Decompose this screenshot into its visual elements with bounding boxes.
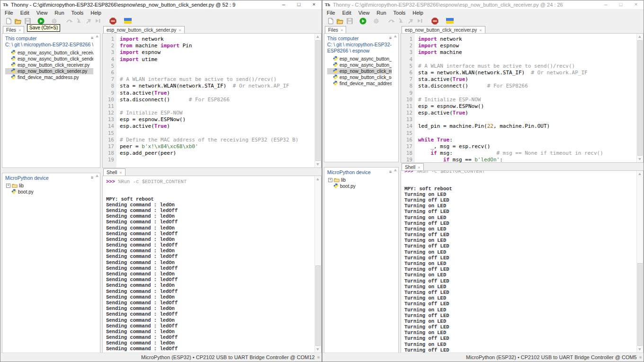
maximize-button[interactable]: □ bbox=[613, 0, 628, 9]
breadcrumb-path[interactable]: C: \ git \ micropython-ESP32-ESP8266 \ e… bbox=[5, 42, 93, 48]
device-item[interactable]: +lib bbox=[5, 183, 93, 189]
scroll-down-icon[interactable] bbox=[316, 348, 319, 351]
file-item[interactable]: find_device_mac_address.py bbox=[327, 80, 392, 87]
scroll-up-icon[interactable] bbox=[638, 173, 641, 175]
menu-tools[interactable]: Tools bbox=[72, 10, 84, 16]
code-editor[interactable]: 12345678910111213141516171819 import net… bbox=[102, 33, 322, 168]
menu-run[interactable]: Run bbox=[376, 10, 386, 16]
tab-close-icon[interactable]: × bbox=[18, 28, 21, 32]
files-menu-icon[interactable]: ≡ bbox=[91, 35, 93, 40]
device-item[interactable]: boot.py bbox=[327, 183, 392, 189]
run-button[interactable] bbox=[358, 17, 367, 25]
tab-shell[interactable]: Shell × bbox=[402, 163, 424, 170]
file-item[interactable]: find_device_mac_address.py bbox=[5, 74, 93, 80]
tab-files[interactable]: Files × bbox=[325, 26, 346, 33]
panel-splitter[interactable] bbox=[324, 162, 399, 167]
close-button[interactable]: × bbox=[306, 0, 322, 9]
tab-close-icon[interactable]: × bbox=[418, 166, 420, 169]
stop-button[interactable] bbox=[108, 17, 117, 25]
file-item[interactable]: esp_now_async_button_click_sender.py bbox=[327, 62, 392, 68]
tab-files[interactable]: Files × bbox=[3, 26, 24, 33]
file-item[interactable]: esp_now_button_click_receiver.py bbox=[327, 68, 392, 74]
device-item[interactable]: boot.py bbox=[5, 189, 93, 195]
scrollbar-thumb[interactable] bbox=[315, 265, 321, 346]
file-item[interactable]: esp_now_async_button_click_receiver.py bbox=[5, 50, 93, 56]
tab-close-icon[interactable]: × bbox=[179, 28, 181, 32]
menu-edit[interactable]: Edit bbox=[20, 10, 29, 16]
new-file-button[interactable] bbox=[326, 17, 335, 25]
minimize-button[interactable]: – bbox=[276, 0, 291, 9]
scroll-down-icon[interactable] bbox=[638, 348, 641, 351]
ukraine-flag-icon[interactable] bbox=[124, 17, 132, 25]
scroll-up-icon[interactable] bbox=[316, 178, 319, 180]
files-menu-icon[interactable]: ≡ bbox=[389, 35, 392, 40]
tab-close-icon[interactable]: × bbox=[119, 171, 122, 175]
menu-edit[interactable]: Edit bbox=[342, 10, 351, 16]
menu-view[interactable]: View bbox=[358, 10, 370, 16]
device-menu-icon[interactable]: ≡ bbox=[389, 169, 392, 174]
scroll-up-icon[interactable] bbox=[316, 35, 319, 38]
shell-panel[interactable]: >>> %Run -c $EDITOR_CONTENT MPY: soft re… bbox=[102, 176, 322, 353]
open-file-button[interactable] bbox=[14, 17, 22, 25]
resize-grip-icon[interactable]: ≡ bbox=[317, 355, 320, 360]
this-computer-label[interactable]: This computer bbox=[327, 35, 359, 41]
close-button[interactable]: × bbox=[628, 0, 644, 9]
scrollbar-thumb[interactable] bbox=[637, 263, 643, 346]
editor-scrollbar[interactable] bbox=[314, 34, 321, 168]
ukraine-flag-icon[interactable] bbox=[446, 17, 454, 25]
stop-button[interactable] bbox=[430, 17, 439, 25]
code-area[interactable]: import networkfrom machine import Pinimp… bbox=[116, 34, 314, 168]
shell-output[interactable]: >>> %Run -c $EDITOR_CONTENT MPY: soft re… bbox=[103, 176, 314, 353]
tab-shell[interactable]: Shell × bbox=[103, 168, 125, 176]
device-header[interactable]: MicroPython device bbox=[5, 175, 49, 181]
minimize-button[interactable]: – bbox=[598, 0, 613, 9]
menu-tools[interactable]: Tools bbox=[394, 10, 406, 16]
scroll-up-icon[interactable] bbox=[96, 175, 98, 177]
scrollbar-thumb[interactable] bbox=[315, 40, 321, 161]
menu-help[interactable]: Help bbox=[90, 10, 101, 16]
new-file-button[interactable] bbox=[4, 17, 13, 25]
menu-file[interactable]: File bbox=[327, 10, 335, 16]
file-item[interactable]: esp_now_button_click_sender.py bbox=[327, 74, 392, 80]
shell-scrollbar[interactable] bbox=[636, 171, 643, 353]
menu-view[interactable]: View bbox=[36, 10, 48, 16]
file-item[interactable]: esp_now_async_button_click_sender.py bbox=[5, 56, 93, 62]
interpreter-status[interactable]: MicroPython (ESP32) • CP2102 USB to UART… bbox=[466, 354, 637, 360]
shell-scrollbar[interactable] bbox=[314, 176, 321, 353]
maximize-button[interactable]: □ bbox=[291, 0, 306, 9]
menu-file[interactable]: File bbox=[5, 10, 13, 16]
expand-icon[interactable]: + bbox=[328, 178, 332, 182]
scroll-up-icon[interactable] bbox=[638, 35, 641, 38]
file-item[interactable]: esp_now_async_button_click_receiver.py bbox=[327, 56, 392, 62]
scroll-down-icon[interactable] bbox=[638, 158, 641, 160]
device-item[interactable]: +lib bbox=[327, 177, 392, 183]
menu-run[interactable]: Run bbox=[54, 10, 64, 16]
scroll-up-icon[interactable] bbox=[394, 35, 397, 37]
scroll-up-icon[interactable] bbox=[96, 35, 98, 37]
open-file-button[interactable] bbox=[336, 17, 344, 25]
file-item[interactable]: esp_now_button_click_receiver.py bbox=[5, 62, 93, 68]
expand-icon[interactable]: + bbox=[6, 184, 10, 188]
panel-splitter[interactable] bbox=[2, 168, 100, 173]
code-area[interactable]: import networkimport espnowimport machin… bbox=[415, 34, 636, 162]
file-item[interactable]: esp_now_button_click_sender.py bbox=[5, 68, 93, 74]
resize-grip-icon[interactable]: ≡ bbox=[639, 355, 642, 360]
scrollbar-thumb[interactable] bbox=[637, 40, 643, 156]
breadcrumb-path[interactable]: C: \ git \ micropython-ESP32-ESP8266 \ e… bbox=[327, 42, 392, 54]
tab-editor-file[interactable]: esp_now_button_click_receiver.py × bbox=[402, 26, 485, 33]
scroll-up-icon[interactable] bbox=[394, 169, 397, 171]
this-computer-label[interactable]: This computer bbox=[5, 35, 37, 41]
device-menu-icon[interactable]: ≡ bbox=[91, 175, 93, 180]
interpreter-status[interactable]: MicroPython (ESP32) • CP2102 USB to UART… bbox=[141, 354, 315, 360]
scroll-down-icon[interactable] bbox=[316, 163, 319, 166]
menu-help[interactable]: Help bbox=[412, 10, 423, 16]
title-bar[interactable]: Th Thonny - C:\git\micropython-ESP32-ESP… bbox=[0, 0, 322, 9]
shell-panel[interactable]: >>> %Run -c $EDITOR_CONTENT MPY: soft re… bbox=[401, 170, 644, 353]
shell-output[interactable]: >>> %Run -c $EDITOR_CONTENT MPY: soft re… bbox=[401, 170, 636, 353]
tab-close-icon[interactable]: × bbox=[479, 28, 482, 32]
device-header[interactable]: MicroPython device bbox=[327, 169, 371, 175]
tab-close-icon[interactable]: × bbox=[340, 28, 343, 32]
save-button[interactable] bbox=[345, 17, 354, 25]
code-editor[interactable]: 12345678910111213141516171819 import net… bbox=[401, 33, 644, 163]
editor-scrollbar[interactable] bbox=[636, 34, 643, 162]
